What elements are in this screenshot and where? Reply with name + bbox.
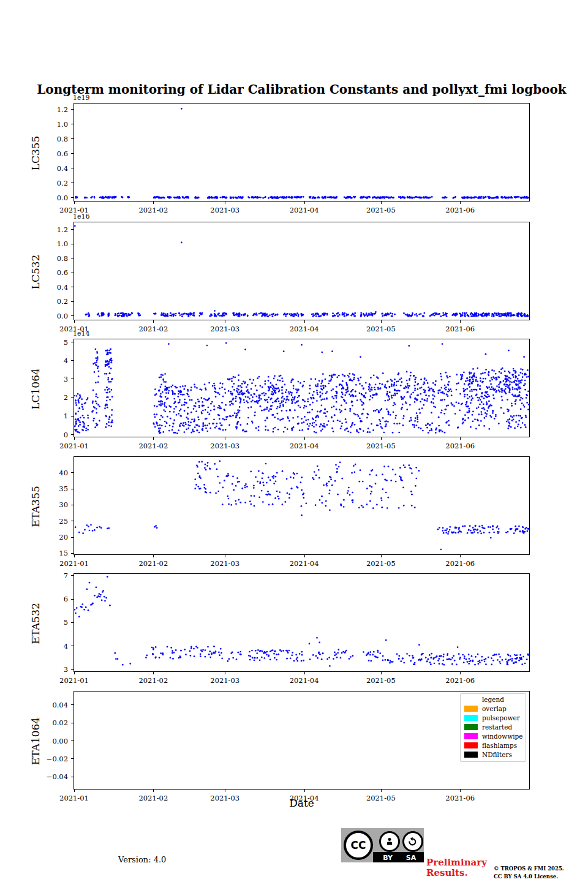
y-tick	[71, 360, 74, 361]
y-tick	[71, 138, 74, 139]
panel-eta355: ETA3551520253035402021-012021-022021-032…	[74, 456, 530, 555]
legend-swatch-pulsepower	[464, 715, 478, 721]
x-tick-label: 2021-01	[50, 676, 99, 685]
x-tick-label: 2021-02	[129, 325, 178, 333]
y-tick-label: 0.6	[36, 269, 68, 276]
y-tick	[71, 301, 74, 302]
y-tick	[71, 398, 74, 398]
legend-swatch-restarted	[464, 724, 478, 730]
x-tick-label: 2021-06	[435, 442, 484, 450]
y-tick-label: 1.0	[36, 240, 68, 247]
y-tick-label: 0.8	[36, 255, 68, 262]
y-tick	[71, 416, 74, 417]
y-tick-label: 0.0	[36, 194, 68, 202]
y-tick	[71, 704, 74, 705]
x-tick-label: 2021-02	[129, 206, 178, 214]
cc-by-person-icon	[379, 831, 400, 852]
y-tick	[71, 472, 74, 473]
y-axis-label-lc1064: LC1064	[26, 339, 45, 438]
legend-label: restarted	[482, 723, 512, 731]
cc-sa-sharealike-icon	[402, 831, 423, 852]
y-tick	[71, 669, 74, 670]
x-axis-label: Date	[74, 797, 530, 809]
x-tick-label: 2021-02	[129, 442, 178, 450]
y-tick	[71, 758, 74, 759]
y-tick-label: 0.00	[36, 737, 68, 745]
x-tick-label: 2021-06	[435, 206, 484, 214]
y-tick	[71, 434, 74, 435]
legend-label: overlap	[482, 705, 507, 712]
y-tick	[71, 124, 74, 124]
legend-item-restarted: restarted	[464, 723, 522, 731]
y-tick	[71, 168, 74, 168]
y-axis-offset-label: 1e19	[73, 94, 90, 102]
y-tick-label: 0	[36, 431, 68, 439]
y-tick	[71, 258, 74, 258]
x-tick-label: 2021-01	[50, 559, 99, 568]
y-tick-label: 0.2	[36, 298, 68, 305]
x-tick-label: 2021-04	[280, 676, 329, 685]
y-tick-label: 1.2	[36, 226, 68, 233]
y-tick-label: 0.4	[36, 284, 68, 291]
y-tick	[71, 646, 74, 646]
scatter-lc355	[74, 104, 530, 202]
cc-by-label: BY	[377, 854, 398, 862]
scatter-lc1064	[74, 339, 530, 438]
x-tick-label: 2021-03	[200, 325, 249, 333]
y-tick-label: 25	[36, 518, 68, 525]
x-tick-label: 2021-06	[435, 676, 484, 685]
x-tick-label: 2021-05	[356, 325, 405, 333]
x-tick-label: 2021-05	[356, 442, 405, 450]
y-tick-label: 5	[36, 619, 68, 626]
y-tick	[71, 287, 74, 287]
legend-label: flashlamps	[482, 742, 517, 749]
x-tick-label: 2021-05	[356, 206, 405, 214]
y-tick	[71, 537, 74, 538]
y-tick	[71, 553, 74, 554]
y-tick	[71, 379, 74, 379]
panel-lc532: LC5321e160.00.20.40.60.81.01.22021-01202…	[74, 222, 530, 320]
y-tick-label: −0.04	[36, 773, 68, 780]
x-tick-label: 2021-03	[200, 676, 249, 685]
y-tick	[71, 777, 74, 777]
y-tick-label: 6	[36, 595, 68, 603]
x-tick-label: 2021-03	[200, 442, 249, 450]
y-tick-label: 4	[36, 643, 68, 650]
x-tick-label: 2021-04	[280, 325, 329, 333]
y-tick-label: 0.04	[36, 701, 68, 709]
y-tick	[71, 229, 74, 230]
y-tick-label: 1.0	[36, 121, 68, 128]
legend-swatch-ndfilters	[464, 752, 478, 758]
x-tick-label: 2021-04	[280, 206, 329, 214]
y-tick	[71, 183, 74, 183]
legend-item-windowwipe: windowwipe	[464, 733, 522, 740]
y-tick-label: 2	[36, 394, 68, 401]
y-tick	[71, 622, 74, 623]
y-tick-label: 0.0	[36, 312, 68, 320]
y-tick-label: 0.8	[36, 135, 68, 143]
x-tick-label: 2021-01	[50, 442, 99, 450]
x-tick-label: 2021-05	[356, 676, 405, 685]
y-tick-label: 0.02	[36, 719, 68, 726]
legend-swatch-overlap	[464, 706, 478, 712]
y-tick	[71, 197, 74, 198]
y-tick	[71, 153, 74, 154]
y-tick-label: 5	[36, 339, 68, 346]
legend-item-overlap: overlap	[464, 705, 522, 712]
x-tick-label: 2021-02	[129, 676, 178, 685]
y-tick-label: 35	[36, 485, 68, 492]
cc-license-badge: CC BY SA	[341, 828, 424, 862]
scatter-lc532	[74, 222, 530, 321]
legend-box: legend overlap pulsepower restarted wind…	[460, 693, 526, 762]
x-tick-label: 2021-04	[280, 442, 329, 450]
x-tick-label: 2021-02	[129, 559, 178, 568]
y-tick	[71, 315, 74, 316]
y-tick-label: 0.6	[36, 150, 68, 157]
copyright-text: © TROPOS & FMI 2025. CC BY SA 4.0 Licens…	[494, 865, 564, 881]
panel-eta532: ETA532345672021-012021-022021-032021-042…	[74, 573, 530, 672]
y-tick-label: 1	[36, 412, 68, 420]
y-axis-offset-label: 1e14	[73, 330, 90, 337]
legend-item-ndfilters: NDfilters	[464, 751, 522, 758]
legend-swatch-windowwipe	[464, 733, 478, 739]
version-text: Version: 4.0	[118, 855, 166, 864]
